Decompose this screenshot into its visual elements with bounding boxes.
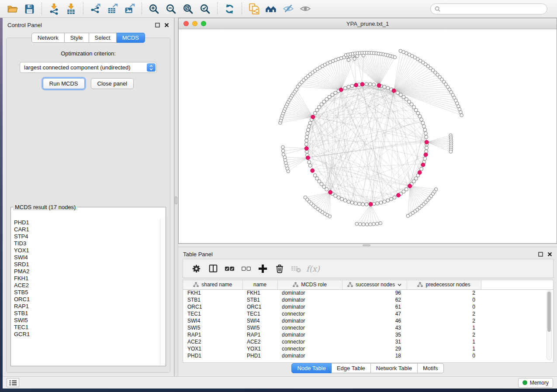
vertical-splitter[interactable] xyxy=(174,18,178,376)
import-table-icon[interactable] xyxy=(63,2,79,16)
network-canvas[interactable] xyxy=(179,29,557,243)
export-network-icon[interactable] xyxy=(87,2,104,16)
show-all-icon[interactable] xyxy=(297,2,313,16)
mcds-result-item[interactable]: SWI4 xyxy=(14,254,159,261)
table-row[interactable]: YOX1YOX1connector291 xyxy=(183,345,553,352)
mcds-result-item[interactable]: STB1 xyxy=(14,310,159,317)
column-header-name[interactable]: name xyxy=(242,280,277,289)
maximize-window-icon[interactable] xyxy=(201,21,206,26)
mcds-result-item[interactable]: STB5 xyxy=(14,289,159,296)
table-row[interactable]: SWI4SWI4dominator462 xyxy=(183,317,553,324)
close-panel-icon[interactable] xyxy=(164,23,169,28)
table-toolbar: f(x) xyxy=(183,259,554,278)
table-row[interactable]: RAP1RAP1dominator352 xyxy=(183,331,553,338)
cell: 0 xyxy=(407,352,481,359)
toolbar-separator xyxy=(42,3,42,15)
hide-selected-icon[interactable] xyxy=(280,2,296,16)
tab-style[interactable]: Style xyxy=(65,33,89,43)
tab-network-table[interactable]: Network Table xyxy=(371,363,418,373)
mcds-result-item[interactable]: FKH1 xyxy=(14,275,159,282)
column-header-predecessor-nodes[interactable]: predecessor nodes xyxy=(407,280,481,289)
result-list-scrollbar[interactable] xyxy=(160,218,165,365)
table-row[interactable]: ACE2ACE2connector311 xyxy=(183,338,553,345)
tab-motifs[interactable]: Motifs xyxy=(418,363,444,373)
tab-node-table[interactable]: Node Table xyxy=(291,363,332,373)
network-graph[interactable] xyxy=(179,29,557,243)
mcds-result-item[interactable]: TID3 xyxy=(14,240,159,247)
table-row[interactable]: STB1STB1dominator620 xyxy=(183,296,553,303)
cell: PHD1 xyxy=(242,352,277,359)
network-window-titlebar[interactable]: YPA_prune.txt_1 xyxy=(179,18,557,29)
column-header-MCDS-role[interactable]: MCDS role xyxy=(277,280,342,289)
horizontal-splitter[interactable] xyxy=(178,244,557,247)
vertical-splitter-handle[interactable] xyxy=(175,196,177,204)
table-row[interactable]: ORC1ORC1dominator610 xyxy=(183,303,553,310)
task-history-button[interactable] xyxy=(7,378,19,387)
cell: 2 xyxy=(407,331,481,338)
table-row[interactable]: TEC1TEC1connector472 xyxy=(183,310,553,317)
minimize-window-icon[interactable] xyxy=(192,21,197,26)
float-panel-icon[interactable] xyxy=(538,252,543,257)
duplicate-network-icon[interactable] xyxy=(246,2,262,16)
cell: 1 xyxy=(407,338,481,345)
first-neighbors-icon[interactable] xyxy=(263,2,279,16)
mcds-result-item[interactable]: GCR1 xyxy=(14,331,159,338)
criterion-dropdown[interactable]: largest connected component (undirected) xyxy=(20,62,157,73)
horizontal-splitter-handle[interactable] xyxy=(363,244,370,246)
cell: ACE2 xyxy=(242,338,277,345)
mcds-result-item[interactable]: ACE2 xyxy=(14,282,159,289)
select-all-rows-icon[interactable] xyxy=(223,262,236,275)
zoom-fit-icon[interactable] xyxy=(180,2,196,16)
save-session-button[interactable] xyxy=(21,2,38,16)
create-column-icon[interactable] xyxy=(256,262,269,275)
memory-button[interactable]: Memory xyxy=(518,378,553,388)
export-image-icon[interactable] xyxy=(121,2,138,16)
close-window-icon[interactable] xyxy=(183,21,189,26)
table-row[interactable]: PHD1PHD1dominator180 xyxy=(183,352,553,359)
cell: SWI5 xyxy=(242,324,277,331)
mcds-result-item[interactable]: CAR1 xyxy=(14,226,159,233)
cell-filler xyxy=(481,324,553,331)
table-scrollbar[interactable] xyxy=(547,290,552,360)
cell: 2 xyxy=(407,289,481,296)
tab-mcds[interactable]: MCDS xyxy=(117,33,145,43)
delete-column-trash-icon[interactable] xyxy=(273,262,286,275)
zoom-selected-icon[interactable] xyxy=(197,2,213,16)
mcds-result-item[interactable]: TEC1 xyxy=(14,324,159,331)
cell: connector xyxy=(277,310,342,317)
close-panel-button[interactable]: Close panel xyxy=(91,78,134,89)
run-mcds-button[interactable]: Run MCDS xyxy=(43,78,85,89)
export-table-icon[interactable] xyxy=(104,2,121,16)
deselect-all-rows-icon[interactable] xyxy=(240,262,253,275)
cell: 46 xyxy=(342,317,407,324)
column-header-shared-name[interactable]: shared name xyxy=(183,280,242,289)
cell: 29 xyxy=(342,345,407,352)
table-row[interactable]: FKH1FKH1dominator962 xyxy=(183,289,553,296)
table-settings-gear-icon[interactable] xyxy=(190,262,203,275)
tab-network[interactable]: Network xyxy=(31,33,65,43)
tab-select[interactable]: Select xyxy=(89,33,117,43)
dropdown-stepper-icon[interactable] xyxy=(147,63,156,72)
table-scrollbar-thumb[interactable] xyxy=(547,292,551,332)
mcds-result-item[interactable]: SWI5 xyxy=(14,317,159,324)
mcds-result-item[interactable]: SRD1 xyxy=(14,261,159,268)
close-panel-icon[interactable] xyxy=(547,252,552,257)
zoom-in-icon[interactable] xyxy=(146,2,162,16)
table-row[interactable]: SWI5SWI5connector431 xyxy=(183,324,553,331)
mcds-result-item[interactable]: PHD1 xyxy=(14,219,159,226)
import-network-icon[interactable] xyxy=(46,2,62,16)
open-session-button[interactable] xyxy=(4,2,21,16)
table-panel-header: Table Panel xyxy=(178,247,557,258)
tab-edge-table[interactable]: Edge Table xyxy=(332,363,371,373)
zoom-out-icon[interactable] xyxy=(163,2,179,16)
mcds-result-item[interactable]: PMA2 xyxy=(14,268,159,275)
search-input[interactable] xyxy=(443,6,543,12)
refresh-layout-icon[interactable] xyxy=(221,2,238,16)
float-panel-icon[interactable] xyxy=(155,23,160,28)
mcds-result-item[interactable]: YOX1 xyxy=(14,247,159,254)
mcds-result-item[interactable]: STP4 xyxy=(14,233,159,240)
mcds-result-item[interactable]: RAP1 xyxy=(14,303,159,310)
column-header-successor-nodes[interactable]: successor nodes xyxy=(342,280,407,289)
select-columns-icon[interactable] xyxy=(207,262,219,275)
mcds-result-item[interactable]: ORC1 xyxy=(14,296,159,303)
